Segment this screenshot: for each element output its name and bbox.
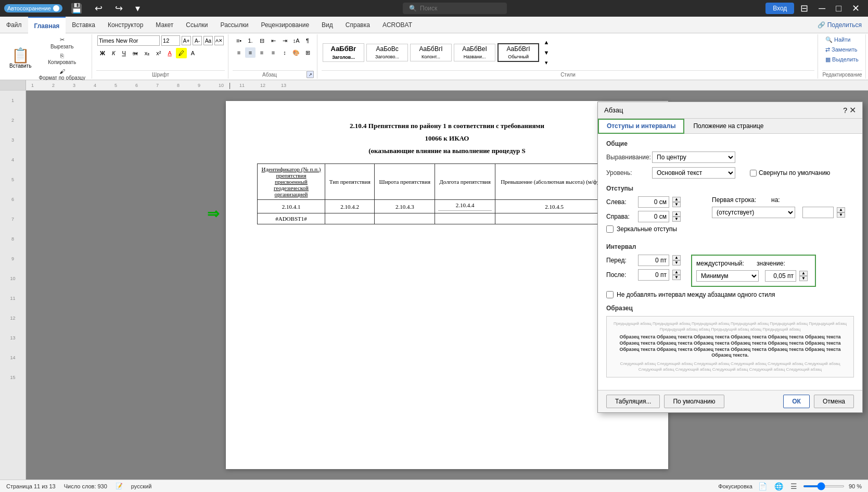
spin-down[interactable]: ▼ — [672, 260, 681, 266]
tab-file[interactable]: Файл — [0, 17, 28, 33]
spin-down[interactable]: ▼ — [672, 217, 681, 222]
tabulation-button[interactable]: Табуляция... — [606, 395, 660, 408]
style-normal[interactable]: АаБбВгIОбычный — [497, 43, 539, 62]
zoom-slider[interactable] — [803, 485, 845, 487]
subscript-button[interactable]: x₂ — [142, 48, 152, 58]
show-marks-button[interactable]: ¶ — [302, 35, 313, 46]
line-spacing-select[interactable]: Минимум — [696, 270, 759, 282]
paragraph-dialog-launcher[interactable]: ↗ — [307, 71, 314, 78]
first-line-value-input[interactable] — [802, 207, 834, 218]
styles-scroll-up[interactable]: ▲ — [541, 37, 552, 47]
before-spinner[interactable]: ▲ ▼ — [672, 255, 681, 266]
bullets-button[interactable]: ≡• — [234, 35, 244, 46]
spin-up[interactable]: ▲ — [672, 211, 681, 217]
print-layout-view[interactable]: 📄 — [757, 482, 769, 490]
mirror-checkbox[interactable] — [606, 225, 614, 233]
alignment-select[interactable]: По центру — [652, 152, 735, 163]
spin-up[interactable]: ▲ — [837, 207, 845, 212]
multilevel-button[interactable]: ⊟ — [257, 35, 267, 46]
justify-button[interactable]: ≡ — [268, 47, 278, 58]
style-name[interactable]: АаБбВеIНазвани... — [454, 44, 495, 61]
spin-down[interactable]: ▼ — [799, 276, 808, 281]
decrease-indent-button[interactable]: ⇤ — [268, 35, 278, 46]
collapse-checkbox[interactable] — [750, 170, 757, 176]
close-button[interactable]: ✕ — [848, 0, 864, 17]
tab-layout[interactable]: Макет — [149, 17, 180, 33]
copy-button[interactable]: ⎘ Копировать — [36, 52, 87, 66]
spin-down[interactable]: ▼ — [837, 212, 845, 218]
tab-view[interactable]: Вид — [315, 17, 339, 33]
highlight-button[interactable]: 🖊 — [176, 48, 187, 58]
align-right-button[interactable]: ≡ — [257, 47, 267, 58]
outline-view[interactable]: ☰ — [789, 482, 799, 490]
spin-up[interactable]: ▲ — [672, 255, 681, 260]
maximize-button[interactable]: □ — [832, 0, 846, 17]
font-color-button[interactable]: A — [165, 48, 174, 58]
format-painter-button[interactable]: 🖌 Формат по образцу — [36, 67, 87, 82]
cut-button[interactable]: ✂ Вырезать — [36, 35, 87, 51]
after-spinner[interactable]: ▲ ▼ — [672, 270, 681, 280]
spin-down[interactable]: ▼ — [672, 275, 681, 280]
dialog-close-button[interactable]: ✕ — [849, 105, 856, 115]
paragraph-dialog[interactable]: Абзац ? ✕ Отступы и интервалы Положение … — [597, 102, 863, 413]
spin-down[interactable]: ▼ — [672, 202, 681, 207]
style-heading2[interactable]: АаБоВсЗаголово... — [366, 44, 408, 61]
align-center-button[interactable]: ≡ — [245, 47, 256, 58]
redo-button[interactable]: ↪ — [111, 0, 127, 17]
right-indent-spinner[interactable]: ▲ ▼ — [672, 211, 681, 222]
bold-button[interactable]: Ж — [97, 48, 108, 58]
find-button[interactable]: 🔍 Найти — [823, 35, 852, 44]
increase-indent-button[interactable]: ⇥ — [279, 35, 290, 46]
ruler-tab-marker[interactable]: | — [229, 82, 231, 89]
autosave-toggle[interactable]: Автосохранение — [4, 4, 62, 12]
left-indent-input[interactable] — [638, 196, 669, 208]
tab-home[interactable]: Главная — [28, 17, 66, 33]
select-button[interactable]: ▦ Выделить — [823, 55, 861, 64]
style-heading1[interactable]: АаБбВгЗаголов... — [323, 43, 364, 62]
no-space-checkbox[interactable] — [606, 291, 614, 298]
change-case-button[interactable]: Aa — [203, 36, 213, 45]
share-button[interactable]: 🔗 Поделиться — [811, 17, 868, 33]
font-size-input[interactable] — [161, 35, 180, 46]
font-name-input[interactable] — [97, 35, 160, 46]
tab-insert[interactable]: Вставка — [66, 17, 101, 33]
minimize-button[interactable]: ─ — [814, 0, 829, 17]
spin-up[interactable]: ▲ — [672, 197, 681, 202]
spin-up[interactable]: ▲ — [672, 270, 681, 275]
text-effects-button[interactable]: A — [188, 48, 197, 58]
first-line-select[interactable]: (отсутствует) — [712, 207, 795, 218]
dialog-help-button[interactable]: ? — [843, 106, 847, 115]
tab-references[interactable]: Ссылки — [180, 17, 214, 33]
tab-help[interactable]: Справка — [339, 17, 376, 33]
login-button[interactable]: Вход — [765, 3, 794, 14]
clear-format-button[interactable]: A✕ — [214, 36, 224, 45]
customize-qat-button[interactable]: ▾ — [131, 0, 144, 17]
first-line-spinner[interactable]: ▲ ▼ — [837, 207, 845, 218]
decrease-font-button[interactable]: A- — [193, 36, 202, 45]
line-spacing-value-input[interactable] — [765, 270, 796, 282]
tab-acrobat[interactable]: ACROBAT — [376, 17, 418, 33]
underline-button[interactable]: Ч — [120, 48, 129, 58]
default-button[interactable]: По умолчанию — [664, 395, 724, 408]
search-input[interactable] — [420, 5, 493, 12]
styles-more[interactable]: ▾ — [541, 58, 552, 68]
tab-mailings[interactable]: Рассылки — [214, 17, 255, 33]
paste-button[interactable]: 📋 Вставить — [6, 46, 34, 71]
left-indent-spinner[interactable]: ▲ ▼ — [672, 197, 681, 207]
tab-design[interactable]: Конструктор — [101, 17, 149, 33]
undo-button[interactable]: ↩ — [91, 0, 107, 17]
italic-button[interactable]: К — [109, 48, 118, 58]
sort-button[interactable]: ↕A — [291, 35, 301, 46]
tab-indents-intervals[interactable]: Отступы и интервалы — [598, 119, 684, 134]
numbering-button[interactable]: 1. — [245, 35, 256, 46]
borders-button[interactable]: ⊞ — [302, 47, 313, 58]
replace-button[interactable]: ⇄ Заменить — [823, 45, 860, 54]
line-spacing-button[interactable]: ↕ — [279, 47, 290, 58]
tab-page-position[interactable]: Положение на странице — [684, 119, 772, 133]
save-button[interactable]: 💾 — [67, 0, 86, 17]
web-layout-view[interactable]: 🌐 — [773, 482, 785, 490]
before-input[interactable] — [638, 255, 669, 266]
spin-up[interactable]: ▲ — [799, 271, 808, 276]
increase-font-button[interactable]: A+ — [182, 36, 191, 45]
line-spacing-spinner[interactable]: ▲ ▼ — [799, 271, 808, 281]
